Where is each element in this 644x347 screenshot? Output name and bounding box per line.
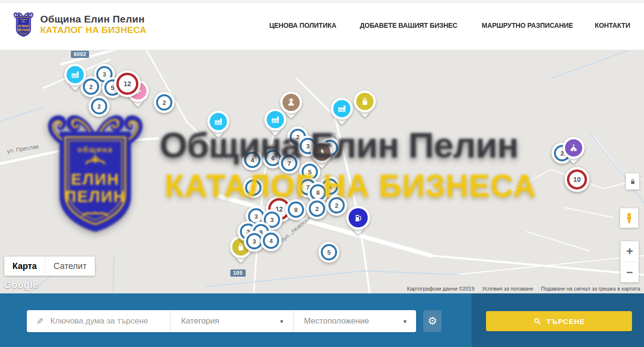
cluster-marker[interactable]: 4 [260,230,282,251]
keyword-input[interactable] [49,316,164,326]
map-attribution: Картографски данни ©2019 Условия за полз… [407,286,640,291]
chevron-down-icon: ▾ [403,318,407,325]
cluster-count: 2 [245,179,261,196]
zoom-in-button[interactable]: + [621,241,639,262]
map-pin-factory[interactable] [207,111,229,133]
cluster-marker[interactable]: 2 [89,96,110,117]
map-pin-worker[interactable] [280,91,302,113]
search-icon [533,317,542,325]
search-button[interactable]: ТЪРСЕНЕ [486,311,632,331]
site-title[interactable]: Община Елин Пелин [40,13,147,25]
attribution-copyright: Картографски данни ©2019 [407,286,475,291]
cluster-count: 12 [116,73,138,95]
cluster-count: 3 [246,233,262,249]
bag-icon [356,93,373,110]
map-pin-flame[interactable] [311,141,333,163]
category-dropdown-label: Категория [181,316,280,326]
municipality-logo-icon[interactable]: община ЕЛИН ПЕЛИН [12,10,35,41]
cluster-count: 5 [321,244,337,260]
location-dropdown-label: Местоположение [304,316,404,326]
cluster-count: 4 [244,152,260,168]
map-pin-bag[interactable] [354,90,376,112]
cluster-marker[interactable]: 2 [306,198,328,219]
cluster-marker[interactable]: 4 [242,149,263,170]
cluster-marker[interactable]: 2 [154,92,175,113]
pin-head [354,90,376,112]
logo-line2: ПЕЛИН [17,28,30,32]
category-dropdown[interactable]: Категория ▾ [170,310,293,332]
cluster-marker[interactable]: 7 [279,153,300,174]
search-button-label: ТЪРСЕНЕ [546,317,585,325]
cluster-count: 2 [328,197,345,213]
flame-icon [313,144,330,161]
google-logo[interactable]: Google [4,280,38,291]
map-markers-layer: 325122223546752748128223338345102 [0,50,644,293]
map-type-satellite-button[interactable]: Сателит [45,257,95,276]
location-dropdown[interactable]: Местоположение ▾ [293,310,416,332]
business-catalog-page: община ЕЛИН ПЕЛИН Община Елин Пелин КАТА… [0,0,644,347]
cluster-count: 4 [263,233,279,249]
factory-icon [210,113,227,130]
pegman-control[interactable] [620,208,638,228]
site-header: община ЕЛИН ПЕЛИН Община Елин Пелин КАТА… [0,0,644,50]
cluster-count: 8 [288,201,304,218]
lock-control[interactable] [626,173,639,190]
attribution-report-error-link[interactable]: Подаване на сигнал за грешка в картата [541,286,640,291]
pencil-icon: ✎ [36,316,44,326]
search-fields-group: ✎ Категория ▾ Местоположение ▾ [27,310,416,332]
cluster-count: 2 [309,201,325,217]
pegman-icon [623,212,635,224]
cluster-count: 10 [567,169,587,190]
zoom-control: + − [621,241,639,282]
search-bar-right-panel: ТЪРСЕНЕ [472,293,644,347]
site-subtitle: КАТАЛОГ НА БИЗНЕСА [40,25,147,35]
cluster-count: 2 [91,98,107,114]
google-map[interactable]: 6002 105 ул. Преслав бул. „Новосел ции 3… [0,50,644,293]
cluster-marker[interactable]: 12 [114,70,141,97]
search-bar: ТЪРСЕНЕ ✎ Категория ▾ Местоположение ▾ ⚙ [0,293,644,347]
cluster-marker[interactable]: 10 [565,167,589,192]
attribution-terms-link[interactable]: Условия за ползване [482,286,533,291]
advanced-search-button[interactable]: ⚙ [423,310,441,332]
factory-icon [267,111,284,128]
keyword-field-section: ✎ [27,310,170,332]
cluster-marker[interactable]: 8 [285,199,306,220]
cluster-marker[interactable]: 2 [243,177,264,198]
zoom-out-button[interactable]: − [621,262,639,283]
chevron-down-icon: ▾ [280,318,283,325]
lock-icon [629,178,636,186]
pin-head [280,91,302,113]
factory-icon [333,100,350,117]
cluster-count: 7 [281,155,297,171]
pin-head [563,137,585,159]
map-pin-factory[interactable] [64,64,86,86]
logo-small-text: община [20,18,27,21]
map-type-control: Карта Сателит [4,257,95,276]
map-pin-fuel[interactable] [346,206,370,230]
nav-add-your-business[interactable]: ДОБАВЕТЕ ВАШИЯТ БИЗНЕС [360,21,457,29]
pin-head [311,141,333,163]
top-strip [0,0,644,3]
fuel-icon [349,208,368,227]
map-pin-church[interactable] [563,137,585,159]
nav-route-schedule[interactable]: МАРШРУТНО РАЗПИСАНИЕ [482,21,573,29]
worker-icon [282,94,300,111]
cluster-marker[interactable]: 2 [326,195,347,216]
gear-icon: ⚙ [428,316,437,326]
pin-head [331,98,353,120]
nav-contacts[interactable]: КОНТАКТИ [595,21,631,29]
cluster-marker[interactable]: 5 [318,242,339,263]
site-titles: Община Елин Пелин КАТАЛОГ НА БИЗНЕСА [40,13,147,35]
pin-head [207,111,229,133]
nav-pricing-policy[interactable]: ЦЕНОВА ПОЛИТИКА [270,21,337,29]
map-pin-factory[interactable] [331,98,353,120]
map-type-map-button[interactable]: Карта [4,257,45,276]
pin-head [64,64,86,86]
main-nav: ЦЕНОВА ПОЛИТИКА ДОБАВЕТЕ ВАШИЯТ БИЗНЕС М… [267,21,644,29]
pin-head [346,206,370,230]
church-icon [565,139,582,157]
logo-line1: ЕЛИН [18,24,28,28]
cluster-count: 2 [156,94,172,111]
factory-icon [67,66,84,83]
